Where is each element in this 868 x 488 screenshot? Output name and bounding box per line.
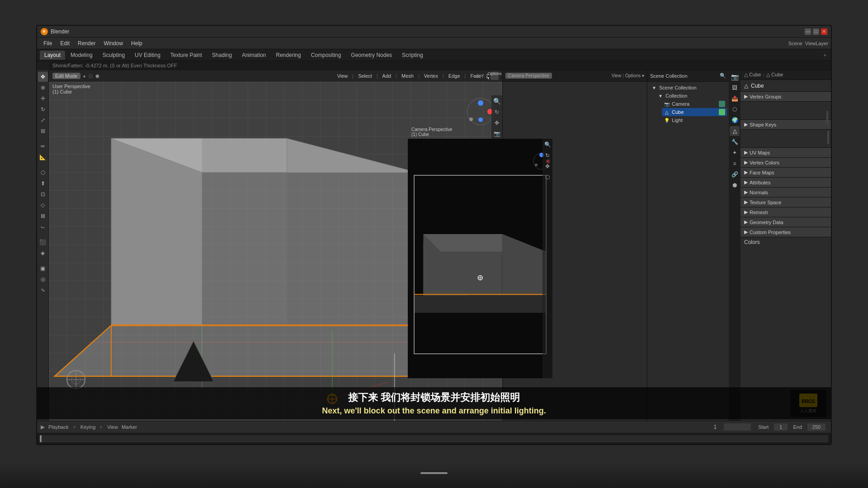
props-physics-icon[interactable]: ≡ [730,159,740,169]
camera-view-tool[interactable]: 📷 [492,129,502,139]
props-output-icon[interactable]: 📤 [730,94,740,103]
search-icon[interactable]: 🔍 [720,73,726,79]
props-object-data-icon[interactable]: △ [730,126,740,136]
zoom-tool[interactable]: 🔍 [492,96,502,106]
props-scene-settings-icon[interactable]: 🌍 [730,115,740,125]
geometry-data-header[interactable]: ▶ Geometry Data [741,217,831,227]
viewport-add-menu[interactable]: Add [382,73,392,79]
tool-add-mesh[interactable]: ⬡ [38,168,48,178]
props-render-icon[interactable]: 🖼 [730,83,740,93]
custom-properties-header[interactable]: ▶ Custom Properties [741,227,831,237]
menu-edit[interactable]: Edit [57,39,73,47]
rv-options[interactable]: Options ▾ [625,73,644,78]
tab-sculpting[interactable]: Sculpting [98,51,129,60]
camera-mode-badge[interactable]: Camera Perspective [505,73,552,79]
tool-push-pull[interactable]: ⬛ [38,237,48,247]
tree-item-camera[interactable]: 📷 Camera [662,100,727,108]
playback-label[interactable]: Playback [48,424,69,430]
viewport-vertex-menu[interactable]: Vertex [424,73,438,79]
add-workspace-btn[interactable]: + [822,52,828,58]
cam-orbit[interactable]: ↻ [542,150,552,160]
options-dropdown[interactable]: Options ▾ [491,72,499,80]
vertex-colors-header[interactable]: ▶ Vertex Colors [741,158,831,167]
view-label[interactable]: View [107,424,118,430]
tab-modeling[interactable]: Modeling [66,51,97,60]
orbit-tool[interactable]: ↻ [492,107,502,117]
props-view-layer-icon[interactable]: ⬡ [730,104,740,114]
marker-label[interactable]: Marker [122,424,137,430]
start-value[interactable]: 1 [774,423,788,431]
tab-texture-paint[interactable]: Texture Paint [166,51,207,60]
tree-item-light[interactable]: 💡 Light [662,116,727,124]
breadcrumb-cube-2[interactable]: △ Cube [766,72,783,78]
frame-input[interactable] [724,423,751,431]
shape-keys-header[interactable]: ▶ Shape Keys [741,120,831,129]
tab-animation[interactable]: Animation [237,51,270,60]
viewport-overlay-btn[interactable]: ● [83,74,86,79]
minimize-button[interactable]: — [805,28,811,35]
tab-geometry-nodes[interactable]: Geometry Nodes [346,51,396,60]
menu-help[interactable]: Help [127,39,146,47]
tree-item-collection[interactable]: ▼ Collection [656,92,727,100]
edit-mode-badge[interactable]: Edit Mode [52,73,80,79]
props-material-icon[interactable]: ⬢ [730,180,740,190]
tool-measure[interactable]: 📐 [38,152,48,162]
cam-zoom[interactable]: 🔍 [542,140,552,150]
uv-maps-header[interactable]: ▶ UV Maps [741,148,831,157]
tool-knife[interactable]: ⌙ [38,222,48,232]
tool-rotate[interactable]: ↻ [38,104,48,114]
tool-bevel[interactable]: ◇ [38,200,48,210]
tool-scale[interactable]: ⤢ [38,115,48,125]
viewport-shading-btn[interactable]: ⬡ [89,74,93,79]
viewport-view-menu[interactable]: View [337,73,348,79]
tool-shear[interactable]: ◈ [38,248,48,258]
props-constraints-icon[interactable]: 🔗 [730,169,740,179]
viewport-mesh-menu[interactable]: Mesh [401,73,414,79]
tool-annotate[interactable]: ✏ [38,141,48,151]
texture-space-header[interactable]: ▶ Texture Space [741,197,831,207]
tab-rendering[interactable]: Rendering [271,51,305,60]
tree-item-cube[interactable]: △ Cube [662,108,727,116]
close-button[interactable]: ✕ [821,28,827,35]
menu-window[interactable]: Window [100,39,127,47]
end-value[interactable]: 250 [807,423,826,431]
camera-viewport-canvas[interactable]: 🔍 ↻ ✥ ⬡ [408,139,552,378]
props-modifier-icon[interactable]: 🔧 [730,137,740,147]
tool-shrink-fatten[interactable]: ◎ [38,274,48,284]
tree-item-scene-collection[interactable]: ▼ Scene Collection [649,84,727,92]
tool-extrude[interactable]: ⬆ [38,178,48,188]
normals-header[interactable]: ▶ Normals [741,188,831,197]
tab-uv-editing[interactable]: UV Editing [130,51,165,60]
tool-select[interactable]: ✥ [38,72,48,82]
vertex-groups-header[interactable]: ▶ Vertex Groups [741,92,831,101]
cam-pan[interactable]: ✥ [542,161,552,171]
breadcrumb-cube-1[interactable]: △ Cube [744,72,761,78]
tool-move[interactable]: ✛ [38,94,48,103]
tab-scripting[interactable]: Scripting [397,51,428,60]
tab-shading[interactable]: Shading [208,51,236,60]
face-maps-header[interactable]: ▶ Face Maps [741,168,831,177]
tool-randomize[interactable]: ∿ [38,285,48,295]
viewport-select-menu[interactable]: Select [358,73,372,79]
tool-cursor[interactable]: ⊕ [38,83,48,93]
playback-icon[interactable]: ▶ [41,424,45,430]
keying-label[interactable]: Keying [80,424,96,430]
viewport-shading-solid[interactable]: ⬢ [95,74,99,79]
tool-loop-cut[interactable]: ⊠ [38,211,48,221]
tab-compositing[interactable]: Compositing [307,51,346,60]
attributes-header[interactable]: ▶ Attributes [741,178,831,187]
props-scene-icon[interactable]: 📷 [730,72,740,82]
tab-layout[interactable]: Layout [40,51,65,60]
tool-inset[interactable]: ⊡ [38,189,48,199]
viewport-edge-menu[interactable]: Edge [448,73,460,79]
props-particles-icon[interactable]: ✦ [730,148,740,158]
tool-edge-slide[interactable]: ▣ [38,263,48,273]
vg-scrollbar[interactable] [826,111,828,124]
cam-perspective[interactable]: ⬡ [542,172,552,182]
pan-tool[interactable]: ✥ [492,118,502,128]
menu-file[interactable]: File [40,39,56,47]
rv-view[interactable]: View [612,73,622,78]
tool-transform[interactable]: ⊞ [38,126,48,136]
menu-render[interactable]: Render [74,39,99,47]
timeline-scrubber[interactable] [40,435,828,442]
